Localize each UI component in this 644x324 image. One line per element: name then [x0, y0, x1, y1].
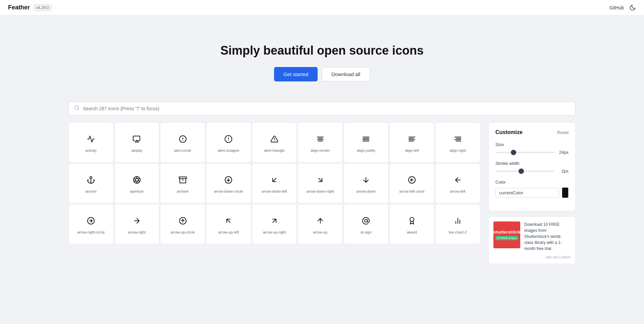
svg-point-54 [365, 219, 367, 222]
icon-card-archive[interactable]: archive [160, 163, 205, 203]
align-left-icon [408, 135, 416, 143]
icon-card-arrow-up-left[interactable]: arrow-up-left [206, 204, 251, 244]
customize-panel: Customize Reset Size 24px Stroke width 2… [488, 122, 576, 211]
ad-image[interactable]: shutterst⊙ck 10 FREE images [493, 221, 520, 248]
icon-label-arrow-down: arrow-down [357, 189, 376, 193]
archive-icon [179, 176, 187, 184]
icon-card-arrow-down-circle[interactable]: arrow-down-circle [206, 163, 251, 203]
icon-label-arrow-up-right: arrow-up-right [263, 230, 286, 234]
icon-label-archive: archive [177, 189, 189, 193]
icon-label-arrow-right: arrow-right [128, 230, 146, 234]
header-right: GitHub [609, 4, 636, 11]
download-all-button[interactable]: Download all [322, 67, 370, 81]
icon-card-bar-chart-2[interactable]: bar-chart-2 [435, 204, 480, 244]
icon-card-arrow-right-circle[interactable]: arrow-right-circle [68, 204, 114, 244]
icon-card-alert-circle[interactable]: alert-circle [160, 122, 205, 163]
align-right-icon [454, 135, 462, 143]
app-logo: Feather [8, 4, 30, 11]
ad-via: ads via Carbon [493, 255, 571, 259]
icon-card-alert-octagon[interactable]: alert-octagon [206, 122, 251, 163]
icon-card-anchor[interactable]: anchor [68, 163, 114, 203]
icon-card-arrow-left[interactable]: arrow-left [435, 163, 480, 203]
ad-inner: shutterst⊙ck 10 FREE images Download 10 … [493, 221, 571, 252]
hero-section: Simply beautiful open source icons Get s… [0, 17, 644, 95]
icon-label-alert-triangle: alert-triangle [264, 148, 284, 152]
icon-label-arrow-right-circle: arrow-right-circle [77, 230, 105, 234]
icon-card-aperture[interactable]: aperture [114, 163, 160, 203]
arrow-down-right-icon [316, 176, 324, 184]
icon-card-at-sign[interactable]: at-sign [343, 204, 389, 244]
align-justify-icon [362, 135, 370, 143]
size-slider[interactable] [495, 152, 554, 153]
icon-card-arrow-right[interactable]: arrow-right [114, 204, 160, 244]
svg-line-52 [273, 219, 276, 222]
reset-button[interactable]: Reset [557, 130, 569, 135]
stroke-slider[interactable] [495, 171, 554, 172]
arrow-left-circle-icon [408, 176, 416, 184]
theme-toggle-icon[interactable] [629, 4, 636, 11]
airplay-icon [133, 135, 141, 143]
main-container: activityairplayalert-circlealert-octagon… [60, 95, 584, 271]
icon-label-alert-circle: alert-circle [174, 148, 191, 152]
app-header: Feather v4.29.0 GitHub [0, 0, 644, 15]
icon-label-arrow-left: arrow-left [450, 189, 466, 193]
icon-card-alert-triangle[interactable]: alert-triangle [252, 122, 297, 163]
size-row: 24px [495, 150, 569, 155]
size-value: 24px [558, 150, 569, 155]
ad-logo: shutterst⊙ck [493, 230, 520, 235]
svg-line-41 [319, 178, 322, 182]
icon-label-align-left: align-left [405, 148, 419, 152]
icons-grid-area: activityairplayalert-circlealert-octagon… [68, 122, 480, 264]
icon-card-arrow-down-left[interactable]: arrow-down-left [252, 163, 297, 203]
icon-card-align-center[interactable]: align-center [298, 122, 343, 163]
icon-card-arrow-up-right[interactable]: arrow-up-right [252, 204, 297, 244]
icon-label-align-justify: align-justify [357, 148, 375, 152]
bar-chart-2-icon [454, 217, 462, 225]
icon-card-arrow-left-circle[interactable]: arrow-left-circle [389, 163, 435, 203]
get-started-button[interactable]: Get started [274, 67, 318, 81]
arrow-up-circle-icon [179, 217, 187, 225]
icon-card-align-justify[interactable]: align-justify [343, 122, 389, 163]
icon-card-award[interactable]: award [389, 204, 435, 244]
icon-card-airplay[interactable]: airplay [114, 122, 160, 163]
icon-label-arrow-up: arrow-up [313, 230, 327, 234]
ad-badge: 10 FREE images [495, 236, 518, 240]
alert-circle-icon [179, 135, 187, 143]
search-input[interactable] [83, 106, 570, 111]
stroke-control: Stroke width 2px [495, 161, 569, 174]
content-area: activityairplayalert-circlealert-octagon… [68, 122, 576, 264]
icon-card-arrow-down-right[interactable]: arrow-down-right [298, 163, 343, 203]
customize-header: Customize Reset [495, 129, 569, 135]
color-text-input[interactable] [495, 188, 559, 198]
icon-card-activity[interactable]: activity [68, 122, 114, 163]
svg-line-40 [273, 178, 276, 182]
at-sign-icon [362, 217, 370, 225]
icon-label-arrow-down-circle: arrow-down-circle [214, 189, 243, 193]
icon-card-align-left[interactable]: align-left [389, 122, 435, 163]
icon-label-award: award [407, 230, 417, 234]
arrow-up-icon [316, 217, 324, 225]
alert-octagon-icon [224, 135, 232, 143]
icon-card-arrow-up[interactable]: arrow-up [298, 204, 343, 244]
icon-card-arrow-up-circle[interactable]: arrow-up-circle [160, 204, 205, 244]
arrow-left-icon [454, 176, 462, 184]
icon-card-arrow-down[interactable]: arrow-down [343, 163, 389, 203]
github-link[interactable]: GitHub [609, 5, 624, 10]
stroke-label: Stroke width [495, 161, 569, 166]
color-row [495, 187, 569, 198]
search-bar [68, 102, 576, 116]
stroke-row: 2px [495, 169, 569, 174]
icon-label-activity: activity [86, 148, 97, 152]
header-left: Feather v4.29.0 [8, 4, 52, 11]
icon-label-anchor: anchor [86, 189, 97, 193]
arrow-up-right-icon [270, 217, 278, 225]
color-swatch[interactable] [562, 187, 569, 198]
sidebar: Customize Reset Size 24px Stroke width 2… [488, 122, 576, 264]
alert-triangle-icon [270, 135, 278, 143]
arrow-up-left-icon [224, 217, 232, 225]
icon-label-align-center: align-center [311, 148, 330, 152]
activity-icon [87, 135, 95, 143]
icon-label-arrow-up-left: arrow-up-left [218, 230, 239, 234]
icon-card-align-right[interactable]: align-right [435, 122, 480, 163]
customize-title: Customize [495, 129, 523, 135]
